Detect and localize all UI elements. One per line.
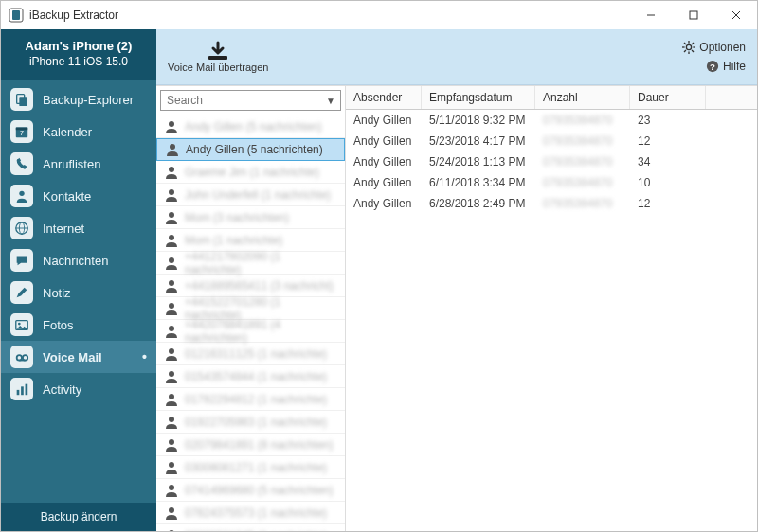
contact-label: 07414969680 (5 nachrichten) [185,484,334,497]
contact-list-item[interactable]: 08008621345 (1 nachrichte) [156,524,345,531]
person-icon [10,185,33,207]
sidebar-item-chat[interactable]: Nachrichten [1,244,156,276]
contacts-list[interactable]: Andy Gillen (5 nachrichten)Andy Gillen (… [156,115,345,531]
person-icon [164,187,179,203]
contact-label: 01543574844 (1 nachrichte) [185,370,327,383]
sidebar-item-label: Kontakte [43,189,91,204]
svg-point-24 [687,44,692,49]
sidebar-item-voicemail[interactable]: Voice Mail• [1,341,156,373]
minimize-button[interactable] [629,1,672,29]
person-icon [164,324,179,339]
cell-date: 5/24/2018 1:13 PM [422,153,535,170]
sidebar-item-label: Activity [43,382,81,397]
phone-icon [10,152,33,175]
svg-point-52 [169,507,174,513]
sidebar-item-phone[interactable]: Anruflisten [1,148,156,180]
sidebar-item-activity[interactable]: Activity [1,373,156,405]
contact-label: 02079841891 (8 nachrichten) [185,438,334,452]
contact-list-item[interactable]: 01543574844 (1 nachrichte) [156,365,345,388]
window-title: iBackup Extractor [29,9,629,22]
contact-list-item[interactable]: Mom (3 nachrichten) [156,206,345,229]
person-icon [164,483,179,498]
person-icon [164,346,179,362]
contact-list-item[interactable]: Graeme Jim (1 nachrichte) [156,161,345,184]
cell-date: 5/23/2018 4:17 PM [422,133,535,150]
contacts-panel: ▼ Andy Gillen (5 nachrichten)Andy Gillen… [156,86,346,531]
col-duration[interactable]: Dauer [630,86,706,109]
contact-list-item[interactable]: 07414969680 (5 nachrichten) [156,479,345,502]
svg-line-32 [684,50,686,52]
options-button[interactable]: Optionen [682,41,746,54]
window-controls [629,1,757,29]
help-button[interactable]: ? Hilfe [682,60,746,73]
contact-list-item[interactable]: +441522701280 (1 nachrichte) [156,297,345,320]
transfer-label: Voice Mail übertragen [168,62,268,73]
contact-list-item[interactable]: Andy Gillen (5 nachrichten) [156,138,345,161]
person-icon [164,256,179,271]
person-icon [164,392,179,407]
cell-duration: 10 [630,174,706,191]
table-row[interactable]: Andy Gillen5/24/2018 1:13 PM079353848703… [346,151,757,172]
col-date[interactable]: Empfangsdatum [422,86,535,109]
svg-point-42 [169,280,174,286]
table-row[interactable]: Andy Gillen6/28/2018 2:49 PM079353848701… [346,193,757,214]
cell-number: 07935384870 [535,133,630,150]
contact-list-item[interactable]: John Underfell (1 nachrichte) [156,184,345,206]
sidebar-item-photos[interactable]: Fotos [1,309,156,341]
contact-list-item[interactable]: 07824375573 (1 nachrichte) [156,502,345,524]
svg-point-16 [18,323,21,326]
cell-sender: Andy Gillen [346,133,422,150]
activity-icon [10,378,33,400]
person-icon [164,415,179,430]
sidebar-item-copy[interactable]: Backup-Explorer [1,83,156,115]
change-backup-button[interactable]: Backup ändern [1,503,156,531]
maximize-button[interactable] [672,1,714,29]
contact-list-item[interactable]: 01782294812 (1 nachrichte) [156,388,345,411]
svg-rect-7 [19,97,27,106]
contact-list-item[interactable]: Mom (1 nachrichte) [156,229,345,252]
cell-duration: 34 [630,153,706,170]
table-row[interactable]: Andy Gillen5/23/2018 4:17 PM079353848701… [346,131,757,151]
person-icon [165,142,180,157]
sidebar-item-globe[interactable]: Internet [1,212,156,244]
contact-list-item[interactable]: Andy Gillen (5 nachrichten) [156,115,345,138]
contact-list-item[interactable]: +442076841891 (4 nachrichten) [156,320,345,343]
contact-list-item[interactable]: 03008081271 (1 nachrichte) [156,456,345,479]
contact-label: 03008081271 (1 nachrichte) [185,461,327,474]
table-row[interactable]: Andy Gillen5/11/2018 9:32 PM079353848702… [346,110,757,131]
contact-label: Mom (3 nachrichten) [185,211,289,224]
sidebar-item-label: Notiz [43,286,71,300]
svg-point-47 [169,394,174,399]
voicemail-table: Absender Empfangsdatum Anzahl Dauer Andy… [346,86,757,531]
col-sender[interactable]: Absender [346,86,422,109]
col-number[interactable]: Anzahl [535,86,630,109]
contact-list-item[interactable]: 01216311125 (1 nachrichte) [156,343,345,365]
sidebar-item-pencil[interactable]: Notiz [1,276,156,309]
cell-sender: Andy Gillen [346,195,422,212]
svg-point-49 [169,439,174,445]
cell-sender: Andy Gillen [346,112,422,129]
globe-icon [10,217,33,239]
table-row[interactable]: Andy Gillen6/11/2018 3:34 PM079353848701… [346,172,757,193]
chat-icon [10,249,33,272]
contact-list-item[interactable]: +441889565411 (3 nachricht) [156,275,345,297]
contact-list-item[interactable]: 01922705983 (1 nachrichte) [156,411,345,434]
sidebar-item-calendar[interactable]: 7Kalender [1,115,156,148]
contact-list-item[interactable]: +441217802090 (1 nachrichte) [156,252,345,275]
sidebar-item-person[interactable]: Kontakte [1,180,156,212]
search-input[interactable] [160,90,341,111]
cell-number: 07935384870 [535,174,630,191]
table-header: Absender Empfangsdatum Anzahl Dauer [346,86,757,110]
cell-date: 5/11/2018 9:32 PM [422,112,535,129]
contact-list-item[interactable]: 02079841891 (8 nachrichten) [156,434,345,456]
contact-label: +441217802090 (1 nachrichte) [185,250,337,276]
table-body: Andy Gillen5/11/2018 9:32 PM079353848702… [346,110,757,214]
contact-label: John Underfell (1 nachrichte) [185,188,331,202]
close-button[interactable] [714,1,757,29]
svg-line-29 [684,43,686,44]
transfer-voicemail-button[interactable]: Voice Mail übertragen [168,41,268,73]
person-icon [164,505,179,521]
svg-point-45 [169,348,174,354]
options-label: Optionen [699,41,746,54]
sidebar-item-label: Kalender [43,125,92,139]
